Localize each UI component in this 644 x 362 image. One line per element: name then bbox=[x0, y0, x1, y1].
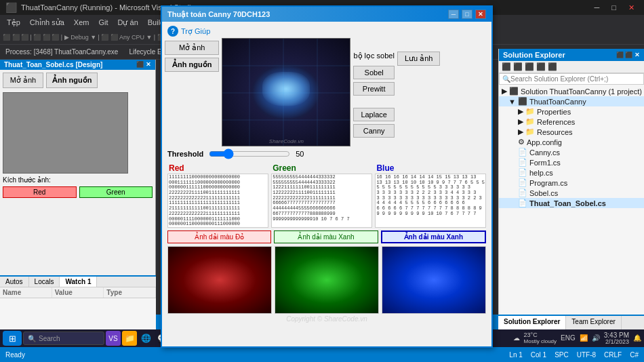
notification-bell-icon[interactable]: 🔔 bbox=[633, 334, 641, 342]
canny-minimize-btn[interactable]: ─ bbox=[448, 9, 459, 19]
image-placeholder bbox=[222, 39, 350, 146]
channel-images-row bbox=[165, 246, 489, 314]
se-references[interactable]: ▶ 📁 References bbox=[499, 117, 644, 127]
threshold-value: 50 bbox=[296, 150, 304, 158]
se-solution[interactable]: ▶ ⬛ Solution ThuatToanCanny (1 project) bbox=[499, 86, 644, 96]
left-panel-title: Thuat_Toan_Sobel.cs [Design] bbox=[4, 61, 102, 68]
canny-right-section: bộ lọc sobel Sobel Prewitt Laplace Canny bbox=[353, 38, 395, 138]
se-project[interactable]: ▼ ⬛ ThuatToanCanny bbox=[499, 96, 644, 106]
canny-cs-icon: 📄 bbox=[518, 148, 527, 157]
se-controls: ⬛ ⬛ ✕ bbox=[616, 52, 640, 58]
se-toolbar: ⬛ ⬛ ⬛ ⬛ ⬛ bbox=[499, 61, 644, 73]
help-bar: ? Trợ Giúp bbox=[165, 24, 489, 38]
menu-edit[interactable]: Chỉnh sửa bbox=[26, 17, 68, 28]
resources-expand-icon: ▶ bbox=[518, 127, 523, 136]
se-toolbar-icons[interactable]: ⬛ ⬛ ⬛ ⬛ ⬛ bbox=[502, 62, 557, 71]
se-title: Solution Explorer bbox=[503, 51, 565, 59]
status-ln: Ln 1 bbox=[509, 351, 522, 359]
windows-start-button[interactable]: ⊞ bbox=[3, 331, 22, 346]
mo-anh-button[interactable]: Mở ảnh bbox=[165, 41, 219, 55]
threshold-slider[interactable] bbox=[209, 149, 290, 159]
anh-nguon-button[interactable]: Ảnh nguồn bbox=[165, 58, 219, 72]
project-expand-icon: ▼ bbox=[508, 98, 516, 106]
se-appconfig[interactable]: ⚙ App.config bbox=[499, 137, 644, 147]
taskbar-icon-file[interactable]: 📁 bbox=[122, 331, 137, 346]
status-cs: C# bbox=[630, 351, 639, 359]
red-channel-btn[interactable]: Ảnh dải màu Đỏ bbox=[167, 230, 271, 243]
taskbar-icon-vs[interactable]: VS bbox=[106, 331, 121, 346]
col-value: Value bbox=[52, 287, 104, 298]
se-search-bar[interactable]: 🔍 bbox=[499, 73, 644, 85]
luu-anh-button[interactable]: Lưu ảnh bbox=[397, 52, 441, 66]
lp-green-label: Green bbox=[79, 186, 153, 198]
project-icon: ⬛ bbox=[518, 97, 527, 106]
canny-body: ? Trợ Giúp Mở ảnh Ảnh nguồn bbox=[162, 22, 491, 346]
blue-channel-btn[interactable]: Ảnh dải màu Xanh bbox=[381, 230, 486, 243]
se-tab-team-explorer[interactable]: Team Explorer bbox=[566, 316, 621, 329]
references-expand-icon: ▶ bbox=[518, 117, 523, 126]
green-channel-data: 5555555554444444333332 55555555544444433… bbox=[271, 174, 372, 228]
clock: 3:43 PM 2/1/2023 bbox=[604, 331, 629, 346]
se-resources[interactable]: ▶ 📁 Resources bbox=[499, 127, 644, 137]
se-program[interactable]: 📄 Program.cs bbox=[499, 178, 644, 188]
canny-button[interactable]: Canny bbox=[353, 124, 395, 138]
form1-label: Form1.cs bbox=[529, 159, 561, 167]
status-right: Ln 1 Col 1 SPC UTF-8 CRLF C# bbox=[509, 351, 639, 359]
green-channel-header: Green bbox=[271, 163, 372, 174]
se-search-input[interactable] bbox=[510, 75, 612, 83]
menu-file[interactable]: Tệp bbox=[3, 17, 24, 28]
tab-locals[interactable]: Locals bbox=[29, 277, 60, 287]
tab-autos[interactable]: Autos bbox=[0, 277, 29, 287]
threshold-controls: Threshold 50 bbox=[165, 148, 489, 160]
laplace-button[interactable]: Laplace bbox=[353, 108, 395, 121]
lp-red-label: Red bbox=[3, 186, 77, 198]
minimize-btn[interactable]: ─ bbox=[590, 3, 604, 12]
appconfig-label: App.config bbox=[527, 138, 562, 146]
search-icon: 🔍 bbox=[502, 75, 510, 83]
sobel-button[interactable]: Sobel bbox=[353, 66, 395, 79]
taskbar-icon-edge[interactable]: 🌐 bbox=[138, 331, 153, 346]
maximize-btn[interactable]: □ bbox=[607, 3, 620, 12]
status-crlf: CRLF bbox=[604, 351, 622, 359]
menu-view[interactable]: Xem bbox=[70, 17, 94, 28]
se-form1[interactable]: 📄 Form1.cs bbox=[499, 157, 644, 167]
status-col: Col 1 bbox=[531, 351, 546, 359]
help-circle-icon: ? bbox=[167, 26, 178, 37]
image-display-area: ShareCode.vn bbox=[222, 38, 350, 146]
status-spc: SPC bbox=[555, 351, 569, 359]
prewitt-button[interactable]: Prewitt bbox=[353, 82, 395, 96]
canny-close-btn[interactable]: ✕ bbox=[475, 9, 486, 19]
status-utf: UTF-8 bbox=[577, 351, 596, 359]
green-channel-btn[interactable]: Ảnh dải màu Xanh bbox=[274, 230, 378, 243]
lp-channel-labels: Red Green bbox=[3, 186, 153, 198]
menu-git[interactable]: Git bbox=[94, 17, 112, 28]
col-type: Type bbox=[104, 287, 156, 298]
green-channel-section: Green 5555555554444444333332 55555555544… bbox=[271, 163, 372, 228]
se-canny[interactable]: 📄 Canny.cs bbox=[499, 147, 644, 157]
canny-top-section: Mở ảnh Ảnh nguồn Share bbox=[165, 38, 489, 146]
se-sobel[interactable]: 📄 Sobel.cs bbox=[499, 188, 644, 198]
se-properties[interactable]: ▶ 📁 Properties bbox=[499, 106, 644, 117]
canny-window: Thuật toán Canny 70DCH123 ─ □ ✕ ? Trợ Gi… bbox=[161, 5, 493, 348]
taskbar-search-bar[interactable]: 🔍 Search bbox=[23, 331, 104, 345]
status-ready: Ready bbox=[5, 351, 25, 359]
green-channel-image bbox=[275, 246, 379, 314]
se-thuat-toan[interactable]: 📄 Thuat_Toan_Sobel.cs bbox=[499, 198, 644, 208]
se-tab-solution-explorer[interactable]: Solution Explorer bbox=[498, 316, 566, 329]
se-help[interactable]: 📄 help.cs bbox=[499, 167, 644, 178]
lp-mo-anh-button[interactable]: Mở ảnh bbox=[3, 73, 43, 88]
project-label: ThuatToanCanny bbox=[529, 98, 586, 106]
left-panel-titlebar: Thuat_Toan_Sobel.cs [Design] ⬛ ✕ bbox=[0, 60, 155, 70]
appconfig-icon: ⚙ bbox=[518, 138, 525, 146]
menu-project[interactable]: Dự án bbox=[114, 17, 142, 28]
tab-watch1[interactable]: Watch 1 bbox=[60, 277, 97, 287]
lp-anh-nguon-button[interactable]: Ảnh nguồn bbox=[46, 73, 98, 88]
close-btn[interactable]: ✕ bbox=[624, 3, 639, 12]
thuat-toan-icon: 📄 bbox=[518, 199, 527, 207]
properties-icon: 📁 bbox=[525, 107, 535, 116]
canny-maximize-btn[interactable]: □ bbox=[462, 9, 472, 19]
network-icon: 📶 bbox=[580, 334, 588, 342]
taskbar-search-label: Search bbox=[39, 335, 60, 342]
weather-desc: Mostly cloudy bbox=[524, 339, 557, 345]
image-watermark: ShareCode.vn bbox=[269, 138, 304, 144]
